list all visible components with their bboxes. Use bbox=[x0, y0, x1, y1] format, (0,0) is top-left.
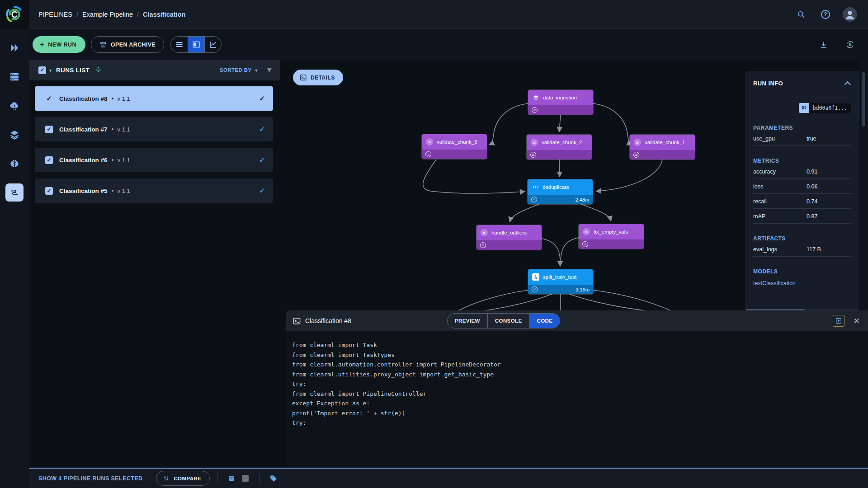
breadcrumb-separator: / bbox=[76, 11, 78, 18]
user-menu[interactable] bbox=[843, 7, 857, 22]
select-all-checkbox[interactable] bbox=[38, 66, 46, 74]
run-status-check-icon bbox=[259, 94, 265, 103]
metric-row: recall 0.74 bbox=[753, 195, 851, 209]
details-label: DETAILS bbox=[311, 75, 335, 81]
compare-arrows-icon bbox=[163, 475, 170, 482]
table-view-button[interactable] bbox=[171, 37, 188, 52]
task-chevrons-icon bbox=[426, 138, 433, 145]
details-button[interactable]: DETAILS bbox=[293, 70, 343, 85]
open-archive-button[interactable]: OPEN ARCHIVE bbox=[91, 36, 165, 53]
breadcrumb-pipelines[interactable]: PIPELINES bbox=[38, 11, 72, 18]
divider bbox=[259, 474, 259, 483]
bottom-panel-header: Classification #8 PREVIEW CONSOLE CODE bbox=[286, 310, 868, 331]
compare-button[interactable]: COMPARE bbox=[156, 471, 210, 486]
open-in-window-button[interactable] bbox=[833, 315, 844, 327]
separator-dot bbox=[112, 159, 113, 161]
run-row-classification-6[interactable]: Classification #6 v 1.1 bbox=[35, 148, 273, 172]
clearml-logo[interactable]: C bbox=[0, 0, 29, 29]
sidebar-item-pipelines[interactable] bbox=[5, 183, 24, 202]
help-icon bbox=[821, 10, 830, 19]
run-row-classification-5[interactable]: Classification #5 v 1.1 bbox=[35, 178, 273, 203]
add-tag-button[interactable] bbox=[267, 472, 280, 485]
selected-check-icon[interactable] bbox=[45, 94, 53, 103]
sidebar-item-projects[interactable] bbox=[5, 39, 24, 57]
run-version: v 1.1 bbox=[118, 157, 130, 164]
param-value: true bbox=[807, 136, 816, 142]
run-version: v 1.1 bbox=[118, 126, 130, 133]
plots-view-button[interactable] bbox=[204, 37, 221, 52]
pipeline-node-validate-chunk-2[interactable]: validate_chunk_2 bbox=[527, 135, 592, 160]
archive-selected-button[interactable] bbox=[225, 472, 238, 485]
pipeline-node-data-ingestion[interactable]: data_ingestion bbox=[528, 90, 593, 115]
tab-preview[interactable]: PREVIEW bbox=[448, 314, 487, 328]
search-icon bbox=[797, 10, 806, 19]
pipeline-node-validate-chunk-3[interactable]: validate_chunk_3 bbox=[422, 134, 487, 159]
plus-icon bbox=[40, 40, 44, 49]
detail-tabs: PREVIEW CONSOLE CODE bbox=[447, 313, 560, 328]
clearml-logo-icon: C bbox=[5, 5, 24, 24]
sidebar-item-datasets[interactable] bbox=[5, 126, 24, 144]
search-button[interactable] bbox=[794, 7, 808, 22]
collapse-panel-icon[interactable] bbox=[844, 81, 851, 88]
abort-selected-button[interactable] bbox=[238, 472, 252, 485]
sorted-by-dropdown[interactable]: SORTED BY bbox=[220, 67, 258, 73]
refresh-paused-icon bbox=[845, 40, 855, 49]
run-checkbox[interactable] bbox=[45, 126, 53, 133]
filter-button[interactable] bbox=[264, 63, 274, 77]
pipeline-node-validate-chunk-1[interactable]: validate_chunk_1 bbox=[630, 135, 695, 160]
graph-edges bbox=[280, 60, 745, 312]
code-line: except Exception as e: bbox=[292, 399, 868, 408]
pipeline-node-handle-outliers[interactable]: handle_outliers bbox=[476, 225, 542, 250]
stop-square-icon bbox=[242, 475, 249, 482]
pipeline-node-deduplicate[interactable]: deduplicate 2:48m bbox=[528, 179, 593, 204]
right-scrollbar-thumb[interactable] bbox=[862, 72, 865, 127]
node-label: validate_chunk_1 bbox=[645, 140, 685, 145]
runs-list-header: RUNS LIST SORTED BY bbox=[29, 60, 280, 80]
models-brain-icon bbox=[9, 158, 20, 169]
archive-icon bbox=[99, 41, 107, 48]
pipeline-node-split-train-test[interactable]: split_train_test 3:19m bbox=[528, 269, 593, 294]
task-chevrons-icon bbox=[583, 228, 590, 235]
run-name: Classification #5 bbox=[59, 188, 108, 194]
download-button[interactable] bbox=[816, 38, 831, 52]
sidebar-item-autoscalers[interactable] bbox=[5, 97, 24, 115]
collapse-runs-icon[interactable] bbox=[95, 66, 102, 75]
close-panel-button[interactable] bbox=[854, 316, 860, 326]
sidebar-item-workers-queues[interactable] bbox=[5, 68, 24, 86]
code-viewer[interactable]: from clearml import Task from clearml im… bbox=[286, 331, 868, 468]
run-version: v 1.1 bbox=[118, 95, 130, 102]
section-parameters: PARAMETERS bbox=[753, 125, 851, 131]
run-status-check-icon bbox=[259, 125, 265, 133]
run-id-chip[interactable]: ID bd00a0f1... bbox=[799, 103, 851, 113]
artifact-label: eval_logs bbox=[753, 246, 807, 253]
breadcrumb-project[interactable]: Example Pipeline bbox=[82, 11, 133, 18]
split-view-button[interactable] bbox=[188, 37, 204, 52]
tab-console[interactable]: CONSOLE bbox=[487, 314, 529, 328]
tag-icon bbox=[269, 474, 278, 483]
auto-refresh-button[interactable] bbox=[843, 38, 857, 52]
section-metrics: METRICS bbox=[753, 158, 851, 164]
help-button[interactable] bbox=[818, 7, 833, 22]
run-row-classification-7[interactable]: Classification #7 v 1.1 bbox=[35, 117, 273, 141]
selection-footer: SHOW 4 PIPELINE RUNS SELECTED COMPARE bbox=[29, 468, 868, 488]
model-link[interactable]: textClassification bbox=[753, 280, 851, 286]
code-line: from clearml import TaskTypes bbox=[292, 350, 868, 360]
separator-dot bbox=[112, 128, 113, 130]
breadcrumb-pipeline[interactable]: Classification bbox=[143, 11, 185, 18]
pipeline-graph-panel[interactable]: DETAILS data_ingestion validate_chunk_3 … bbox=[280, 60, 745, 312]
code-line: try: bbox=[292, 379, 868, 389]
task-chevrons-icon bbox=[531, 139, 538, 146]
run-checkbox[interactable] bbox=[45, 156, 53, 164]
run-row-classification-8[interactable]: Classification #8 v 1.1 bbox=[35, 86, 273, 111]
sorted-by-caret-icon bbox=[255, 68, 258, 73]
run-checkbox[interactable] bbox=[45, 187, 53, 195]
run-name: Classification #7 bbox=[59, 126, 108, 133]
sidebar-item-models[interactable] bbox=[5, 155, 24, 173]
selection-count-text[interactable]: SHOW 4 PIPELINE RUNS SELECTED bbox=[38, 475, 142, 482]
selection-caret-icon[interactable] bbox=[49, 68, 52, 73]
code-line: from clearml.automation.controller impor… bbox=[292, 360, 868, 370]
new-run-button[interactable]: NEW RUN bbox=[33, 36, 85, 53]
section-artifacts: ARTIFACTS bbox=[753, 235, 851, 242]
tab-code[interactable]: CODE bbox=[529, 314, 560, 328]
pipeline-node-fix-empty-vals[interactable]: fix_empty_vals bbox=[579, 224, 644, 249]
